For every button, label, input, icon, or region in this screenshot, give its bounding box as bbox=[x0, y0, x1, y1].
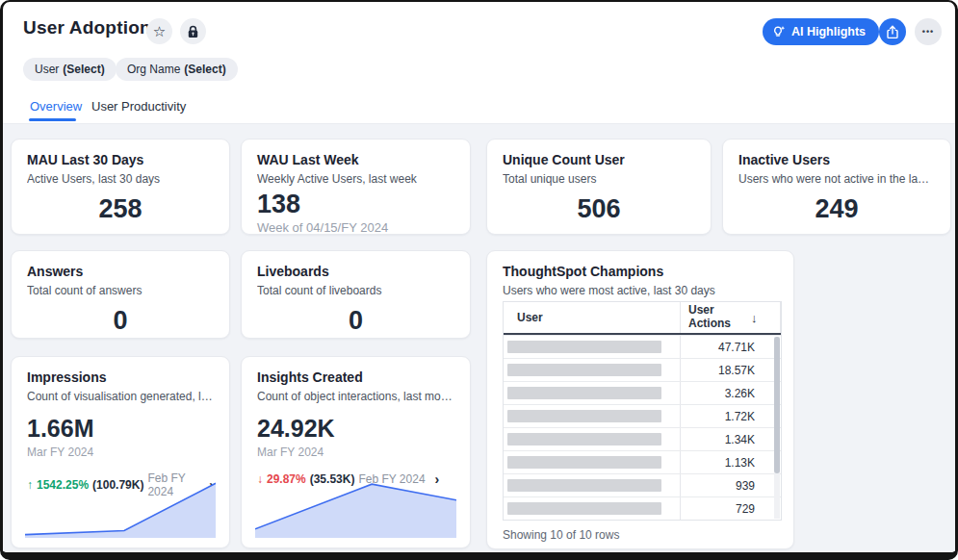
table-row[interactable]: 1.13K bbox=[504, 450, 781, 473]
impressions-sparkline bbox=[25, 480, 216, 538]
kpi-card-mau[interactable]: MAU Last 30 Days Active Users, last 30 d… bbox=[11, 139, 230, 235]
trend-title: Impressions bbox=[27, 369, 214, 385]
kpi-subtitle: Active Users, last 30 days bbox=[27, 172, 214, 186]
filter-chip-label: User bbox=[35, 63, 59, 76]
kpi-value: 258 bbox=[27, 194, 214, 224]
kpi-card-liveboards[interactable]: Liveboards Total count of liveboards 0 bbox=[241, 250, 471, 339]
user-actions-value: 1.13K bbox=[680, 451, 766, 473]
ai-highlights-label: AI Highlights bbox=[791, 25, 866, 38]
table-row[interactable]: 18.57K bbox=[504, 358, 781, 381]
tab-overview[interactable]: Overview bbox=[30, 99, 82, 114]
champions-table: User User Actions ↓ 47.71K 18.57K 3.26K bbox=[503, 301, 782, 521]
kpi-subtitle: Total unique users bbox=[503, 172, 695, 186]
masked-user-name bbox=[507, 479, 661, 492]
trend-card-insights-created[interactable]: Insights Created Count of object interac… bbox=[241, 356, 471, 548]
kpi-footnote: Week of 04/15/FY 2024 bbox=[257, 220, 454, 235]
masked-user-name bbox=[507, 410, 661, 422]
star-icon: ☆ bbox=[153, 24, 166, 38]
masked-user-name bbox=[507, 502, 661, 515]
sort-descending-icon[interactable]: ↓ bbox=[749, 302, 781, 333]
kpi-value: 506 bbox=[503, 194, 695, 224]
dashboard-content: MAU Last 30 Days Active Users, last 30 d… bbox=[3, 123, 955, 552]
trend-subtitle: Count of visualisation generated, last… bbox=[27, 390, 214, 403]
kpi-title: Inactive Users bbox=[738, 152, 935, 167]
ai-highlights-icon bbox=[772, 25, 786, 38]
user-actions-value: 1.34K bbox=[680, 428, 766, 450]
masked-user-name bbox=[507, 433, 661, 445]
user-actions-value: 1.72K bbox=[680, 405, 766, 427]
table-row[interactable]: 939 bbox=[504, 473, 781, 496]
trend-title: Insights Created bbox=[257, 369, 454, 385]
kpi-value: 0 bbox=[257, 306, 454, 336]
masked-user-name bbox=[507, 341, 661, 353]
filter-chip-label: Org Name bbox=[127, 63, 180, 76]
filter-chip-value: (Select) bbox=[63, 63, 104, 76]
kpi-card-unique-count-user[interactable]: Unique Count User Total unique users 506 bbox=[486, 139, 712, 235]
column-header-user-actions[interactable]: User Actions bbox=[680, 302, 749, 333]
kpi-subtitle: Weekly Active Users, last week bbox=[257, 172, 454, 186]
table-header-row: User User Actions ↓ bbox=[504, 302, 781, 335]
champions-title: ThoughtSpot Champions bbox=[503, 264, 778, 279]
kpi-value: 138 bbox=[257, 190, 454, 219]
trend-period: Mar FY 2024 bbox=[257, 445, 454, 459]
page-title: User Adoption bbox=[23, 17, 151, 38]
table-scrollbar[interactable] bbox=[774, 337, 780, 519]
masked-user-name bbox=[507, 364, 661, 376]
trend-value: 1.66M bbox=[27, 415, 214, 443]
table-row[interactable]: 729 bbox=[504, 496, 781, 520]
masked-user-name bbox=[507, 387, 661, 399]
user-actions-value: 18.57K bbox=[680, 359, 766, 381]
favorite-button[interactable]: ☆ bbox=[146, 18, 172, 44]
share-icon bbox=[886, 25, 899, 39]
table-row[interactable]: 1.72K bbox=[504, 404, 781, 427]
table-row[interactable]: 3.26K bbox=[504, 381, 781, 404]
table-row[interactable]: 47.71K bbox=[504, 335, 781, 358]
permissions-button[interactable] bbox=[180, 18, 206, 44]
kpi-card-answers[interactable]: Answers Total count of answers 0 bbox=[11, 250, 230, 339]
masked-user-name bbox=[507, 456, 661, 469]
filter-chip-value: (Select) bbox=[184, 63, 225, 76]
kpi-subtitle: Total count of liveboards bbox=[257, 284, 454, 297]
ellipsis-icon: ••• bbox=[922, 27, 934, 37]
table-row[interactable]: 1.34K bbox=[504, 427, 781, 450]
user-actions-value: 939 bbox=[680, 474, 766, 496]
lock-icon bbox=[187, 25, 199, 38]
champions-subtitle: Users who were most active, last 30 days bbox=[503, 284, 778, 297]
kpi-title: Liveboards bbox=[257, 264, 454, 279]
scrollbar-thumb[interactable] bbox=[774, 337, 780, 473]
kpi-subtitle: Total count of answers bbox=[27, 284, 214, 297]
filter-chip-user[interactable]: User (Select) bbox=[23, 58, 117, 81]
user-actions-value: 729 bbox=[680, 497, 766, 520]
kpi-value: 0 bbox=[27, 306, 214, 336]
trend-period: Mar FY 2024 bbox=[27, 445, 214, 459]
user-actions-value: 3.26K bbox=[680, 382, 766, 404]
kpi-card-wau[interactable]: WAU Last Week Weekly Active Users, last … bbox=[241, 139, 471, 235]
ai-highlights-button[interactable]: AI Highlights bbox=[763, 18, 879, 45]
kpi-card-inactive-users[interactable]: Inactive Users Users who were not active… bbox=[722, 139, 951, 235]
row-count-status: Showing 10 of 10 rows bbox=[503, 528, 619, 542]
share-button[interactable] bbox=[879, 18, 906, 45]
active-tab-indicator bbox=[29, 118, 76, 121]
kpi-subtitle: Users who were not active in the last 30… bbox=[738, 172, 935, 186]
user-actions-value: 47.71K bbox=[680, 336, 766, 358]
filter-chip-org-name[interactable]: Org Name (Select) bbox=[116, 58, 238, 81]
trend-subtitle: Count of object interactions, last month bbox=[257, 390, 454, 403]
more-options-button[interactable]: ••• bbox=[915, 18, 942, 45]
insights-sparkline bbox=[255, 480, 456, 538]
kpi-value: 249 bbox=[738, 194, 935, 224]
column-header-user[interactable]: User bbox=[504, 311, 680, 324]
kpi-title: Answers bbox=[27, 264, 214, 279]
champions-card[interactable]: ThoughtSpot Champions Users who were mos… bbox=[486, 250, 794, 549]
kpi-title: Unique Count User bbox=[503, 152, 695, 167]
tab-user-productivity[interactable]: User Productivity bbox=[91, 99, 186, 114]
liveboard-window: User Adoption ☆ AI Highlights ••• User (… bbox=[0, 0, 958, 560]
kpi-title: MAU Last 30 Days bbox=[27, 152, 214, 167]
trend-card-impressions[interactable]: Impressions Count of visualisation gener… bbox=[11, 356, 230, 548]
kpi-title: WAU Last Week bbox=[257, 152, 454, 167]
trend-value: 24.92K bbox=[257, 415, 454, 443]
